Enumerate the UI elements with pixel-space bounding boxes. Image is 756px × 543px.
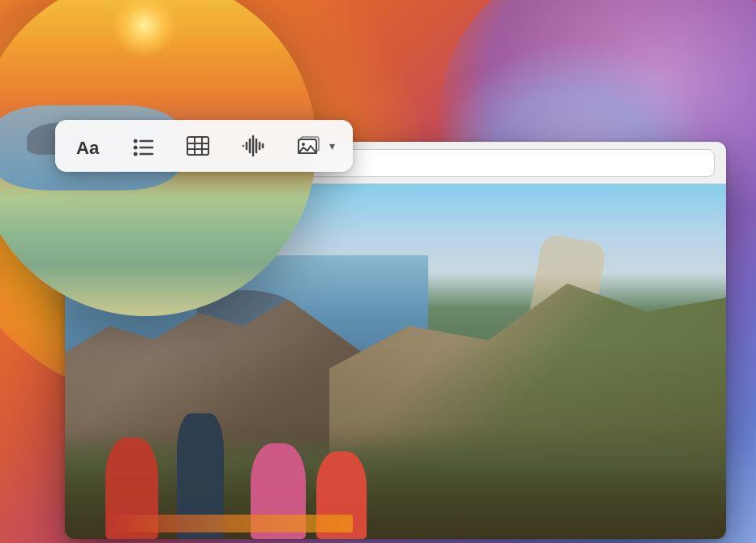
people-area: [65, 344, 726, 539]
table-button[interactable]: [182, 130, 214, 162]
floating-toolbar: Aa: [55, 120, 353, 172]
media-dropdown-arrow[interactable]: ▾: [328, 138, 337, 154]
svg-point-22: [302, 143, 305, 146]
media-picker-group: ▾: [292, 130, 337, 162]
list-button[interactable]: [127, 130, 159, 162]
media-insert-button[interactable]: [292, 130, 324, 162]
svg-point-1: [134, 139, 138, 143]
magnifier-sun: [112, 0, 177, 58]
svg-rect-7: [187, 137, 208, 155]
picnic-blanket: [110, 515, 353, 532]
svg-text:Aa: Aa: [76, 138, 100, 158]
audio-waveform-button[interactable]: [237, 130, 269, 162]
svg-point-2: [134, 146, 138, 150]
font-style-button[interactable]: Aa: [71, 130, 104, 162]
svg-point-3: [134, 152, 138, 156]
